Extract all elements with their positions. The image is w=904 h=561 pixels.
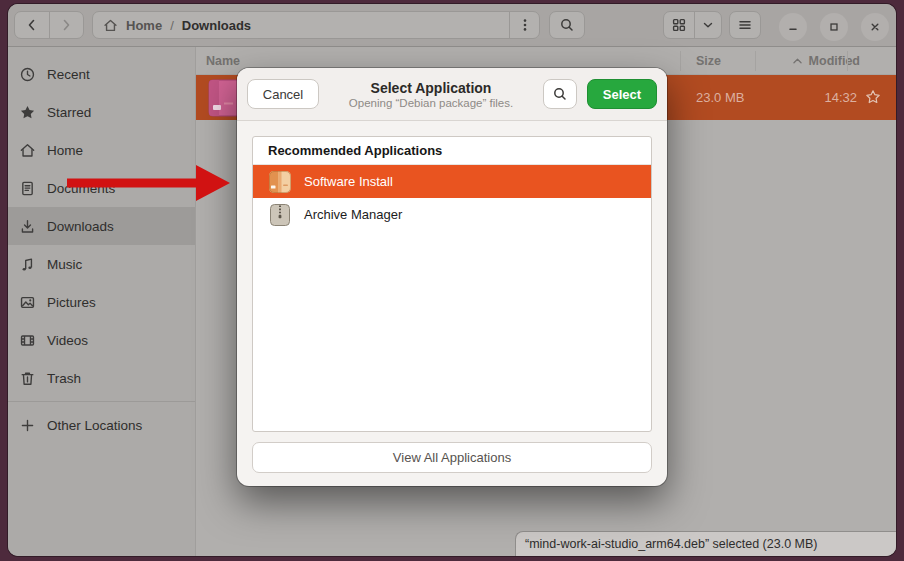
download-icon xyxy=(19,218,36,235)
file-size: 23.0 MB xyxy=(696,90,744,105)
sidebar-item-recent[interactable]: Recent xyxy=(8,55,195,93)
sidebar-item-label: Downloads xyxy=(47,219,114,234)
sidebar-item-label: Recent xyxy=(47,67,90,82)
sidebar-item-trash[interactable]: Trash xyxy=(8,359,195,397)
sidebar-item-label: Other Locations xyxy=(47,418,142,433)
search-icon xyxy=(559,17,575,33)
minimize-icon xyxy=(786,20,800,34)
column-divider xyxy=(847,51,848,71)
trash-icon xyxy=(19,370,36,387)
sidebar-item-label: Videos xyxy=(47,333,88,348)
dialog-subtitle: Opening “Debian package” files. xyxy=(319,97,543,109)
view-options-button[interactable] xyxy=(694,12,721,38)
app-row-archive-manager[interactable]: Archive Manager xyxy=(253,198,651,231)
dialog-title-block: Select Application Opening “Debian packa… xyxy=(319,80,543,109)
desktop-background: Home / Downloads xyxy=(0,0,904,561)
view-toggle-group xyxy=(663,11,722,39)
cancel-button[interactable]: Cancel xyxy=(247,79,319,109)
close-icon xyxy=(868,20,882,34)
sidebar-separator xyxy=(8,401,195,402)
archive-manager-icon xyxy=(268,203,292,227)
chevron-left-icon xyxy=(24,17,40,33)
sidebar-item-music[interactable]: Music xyxy=(8,245,195,283)
sidebar-item-label: Trash xyxy=(47,371,81,386)
sidebar-item-home[interactable]: Home xyxy=(8,131,195,169)
grid-view-icon xyxy=(671,17,687,33)
film-icon xyxy=(19,332,36,349)
app-row-software-install[interactable]: Software Install xyxy=(253,165,651,198)
sidebar-item-pictures[interactable]: Pictures xyxy=(8,283,195,321)
document-icon xyxy=(19,180,36,197)
home-icon xyxy=(103,18,118,33)
home-icon xyxy=(19,142,36,159)
back-button[interactable] xyxy=(15,12,49,38)
hamburger-menu-icon xyxy=(737,17,753,33)
chevron-down-icon xyxy=(701,18,715,32)
file-modified-time: 14:32 xyxy=(824,90,857,105)
software-install-icon xyxy=(268,170,292,194)
grid-view-button[interactable] xyxy=(664,12,694,38)
dialog-title: Select Application xyxy=(319,80,543,96)
close-button[interactable] xyxy=(861,13,889,41)
star-icon xyxy=(19,104,36,121)
sidebar-item-label: Starred xyxy=(47,105,91,120)
sidebar-item-other-locations[interactable]: Other Locations xyxy=(8,406,195,444)
star-outline-icon[interactable] xyxy=(865,89,881,105)
application-list: Recommended Applications Software Instal… xyxy=(252,136,652,432)
sidebar-item-downloads[interactable]: Downloads xyxy=(8,207,195,245)
kebab-menu-icon xyxy=(517,17,533,33)
headerbar: Home / Downloads xyxy=(8,4,896,47)
minimize-button[interactable] xyxy=(779,13,807,41)
picture-icon xyxy=(19,294,36,311)
app-name: Software Install xyxy=(304,174,393,189)
maximize-button[interactable] xyxy=(820,13,848,41)
maximize-icon xyxy=(827,20,841,34)
forward-button[interactable] xyxy=(49,12,83,38)
column-divider xyxy=(680,51,681,71)
column-header-name[interactable]: Name xyxy=(206,47,240,75)
breadcrumb-current[interactable]: Downloads xyxy=(182,18,251,33)
select-button[interactable]: Select xyxy=(587,79,657,109)
sidebar-item-videos[interactable]: Videos xyxy=(8,321,195,359)
column-divider xyxy=(755,51,756,71)
sort-ascending-icon xyxy=(792,57,803,65)
column-header-modified[interactable]: Modified xyxy=(792,47,860,75)
sidebar-item-label: Pictures xyxy=(47,295,96,310)
sidebar-item-label: Music xyxy=(47,257,82,272)
music-note-icon xyxy=(19,256,36,273)
search-icon xyxy=(552,86,568,102)
sidebar-item-label: Documents xyxy=(47,181,115,196)
sidebar-item-label: Home xyxy=(47,143,83,158)
application-list-section-header: Recommended Applications xyxy=(253,137,651,165)
select-application-dialog: Cancel Select Application Opening “Debia… xyxy=(237,68,667,486)
status-text: “mind-work-ai-studio_arm64.deb” selected… xyxy=(525,537,817,551)
sidebar: Recent Starred Home xyxy=(8,47,196,556)
folder-menu-button[interactable] xyxy=(509,12,539,38)
column-header-size[interactable]: Size xyxy=(696,47,721,75)
sidebar-item-documents[interactable]: Documents xyxy=(8,169,195,207)
view-all-applications-button[interactable]: View All Applications xyxy=(252,442,652,473)
breadcrumb-home[interactable]: Home xyxy=(126,18,162,33)
sidebar-item-starred[interactable]: Starred xyxy=(8,93,195,131)
app-name: Archive Manager xyxy=(304,207,402,222)
history-nav-group xyxy=(14,11,84,39)
chevron-right-icon xyxy=(58,17,74,33)
dialog-search-button[interactable] xyxy=(543,79,577,109)
clock-icon xyxy=(19,66,36,83)
search-button[interactable] xyxy=(549,11,585,39)
app-menu-button[interactable] xyxy=(729,11,761,39)
status-bar: “mind-work-ai-studio_arm64.deb” selected… xyxy=(515,531,896,556)
dialog-header: Cancel Select Application Opening “Debia… xyxy=(237,68,667,121)
dialog-body: Recommended Applications Software Instal… xyxy=(237,121,667,486)
plus-icon xyxy=(19,417,36,434)
breadcrumb-separator: / xyxy=(170,18,174,33)
breadcrumb[interactable]: Home / Downloads xyxy=(92,11,540,39)
